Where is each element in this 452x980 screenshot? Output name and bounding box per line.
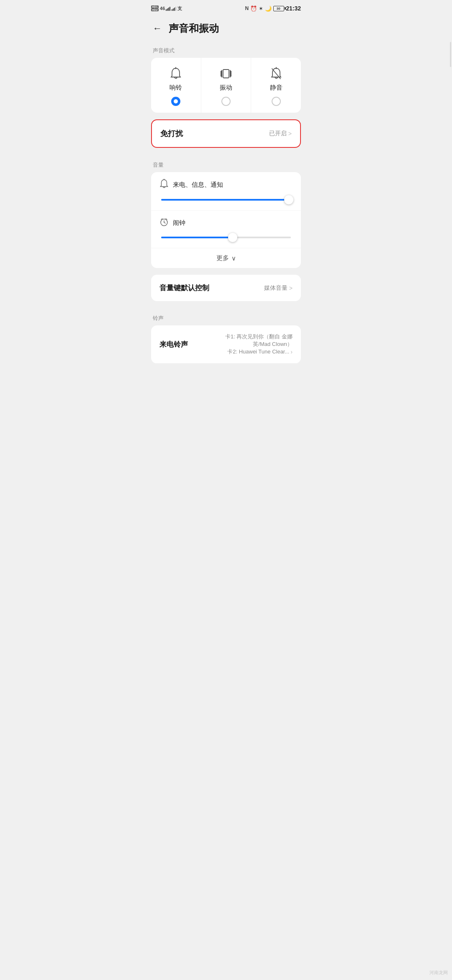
ringtone-value-card1: 卡1: 再次见到你（翻自 金娜英/Mad Clown）	[209, 333, 293, 348]
vibrate-icon	[219, 66, 233, 81]
dnd-status: 已开启 >	[269, 130, 292, 137]
sound-mode-label: 声音模式	[144, 40, 308, 58]
dnd-chevron: >	[288, 130, 292, 137]
ringtone-value-card2: 卡2: Huawei Tune Clear... ›	[227, 348, 293, 356]
sound-mode-card: 响铃 振动 静音	[151, 58, 301, 113]
ringtone-section-label: 铃声	[144, 308, 308, 325]
nfc-icon: N	[245, 5, 249, 11]
network-4g: 46	[160, 6, 165, 11]
volume-section-label: 音量	[144, 155, 308, 172]
bell-icon	[170, 66, 182, 81]
volume-key-chevron: >	[289, 285, 293, 291]
ring-radio[interactable]	[171, 97, 180, 106]
status-right: N ⏰ ✶ 🌙 30 21:32	[245, 5, 301, 12]
status-left: HD1 HD2 46 支	[151, 5, 182, 12]
more-label: 更多	[216, 254, 229, 262]
more-chevron-icon: ∨	[231, 255, 236, 262]
ringtone-chevron: ›	[290, 348, 293, 355]
volume-key-value: 媒体音量 >	[264, 284, 293, 292]
ring-label: 响铃	[170, 84, 182, 92]
dnd-status-text: 已开启	[269, 130, 287, 137]
alarm-clock-icon	[159, 217, 169, 229]
svg-rect-1	[223, 70, 229, 78]
calls-bell-icon	[159, 179, 169, 191]
volume-card: 来电、信息、通知 闹钟	[151, 172, 301, 268]
pay-icon: 支	[177, 5, 182, 12]
ringtone-card1-text: 卡1: 再次见到你（翻自 金娜英/Mad Clown）	[209, 333, 293, 348]
alarm-volume-header: 闹钟	[159, 217, 293, 229]
calls-volume-label: 来电、信息、通知	[173, 181, 223, 189]
svg-line-11	[164, 222, 165, 223]
silent-label: 静音	[270, 84, 282, 92]
signal-bars-1	[166, 6, 170, 11]
ringtone-card-wrapper: 来电铃声 卡1: 再次见到你（翻自 金娜英/Mad Clown） 卡2: Hua…	[151, 325, 301, 364]
ringtone-row[interactable]: 来电铃声 卡1: 再次见到你（翻自 金娜英/Mad Clown） 卡2: Hua…	[151, 325, 301, 364]
volume-key-control-row[interactable]: 音量键默认控制 媒体音量 >	[151, 275, 301, 301]
status-time: 21:32	[286, 5, 301, 12]
dnd-title: 免打扰	[160, 129, 183, 139]
dnd-row[interactable]: 免打扰 已开启 >	[151, 119, 301, 148]
ringtone-title: 来电铃声	[159, 340, 188, 349]
ringtone-card: 来电铃声 卡1: 再次见到你（翻自 金娜英/Mad Clown） 卡2: Hua…	[151, 325, 301, 364]
sound-mode-vibrate[interactable]: 振动	[201, 58, 252, 113]
silent-icon	[270, 66, 282, 81]
sound-mode-silent[interactable]: 静音	[251, 58, 301, 113]
battery-indicator: 30	[273, 6, 284, 11]
calls-volume-slider[interactable]	[161, 195, 291, 204]
status-bar: HD1 HD2 46 支 N ⏰ ✶ 🌙 30	[144, 0, 308, 15]
volume-key-title: 音量键默认控制	[159, 283, 209, 293]
ringtone-card2-text: 卡2: Huawei Tune Clear...	[227, 348, 289, 356]
vibrate-label: 振动	[220, 84, 232, 92]
ringtone-value: 卡1: 再次见到你（翻自 金娜英/Mad Clown） 卡2: Huawei T…	[209, 333, 293, 356]
vibrate-radio[interactable]	[221, 97, 231, 106]
calls-volume-header: 来电、信息、通知	[159, 179, 293, 191]
calls-volume-item: 来电、信息、通知	[151, 172, 301, 211]
page-title: 声音和振动	[169, 22, 219, 35]
alarm-status-icon: ⏰	[250, 5, 257, 12]
back-button[interactable]: ←	[153, 23, 162, 34]
alarm-volume-label: 闹钟	[173, 219, 185, 227]
hd-badge: HD1 HD2	[151, 5, 159, 11]
moon-icon: 🌙	[265, 5, 272, 12]
bluetooth-icon: ✶	[259, 5, 263, 12]
sound-mode-ring[interactable]: 响铃	[151, 58, 201, 113]
alarm-volume-item: 闹钟	[151, 211, 301, 248]
silent-radio[interactable]	[272, 97, 281, 106]
volume-key-value-text: 媒体音量	[264, 284, 288, 292]
page-header: ← 声音和振动	[144, 15, 308, 40]
signal-bars-2	[172, 6, 176, 11]
alarm-volume-slider[interactable]	[161, 233, 291, 242]
more-button[interactable]: 更多 ∨	[151, 248, 301, 268]
